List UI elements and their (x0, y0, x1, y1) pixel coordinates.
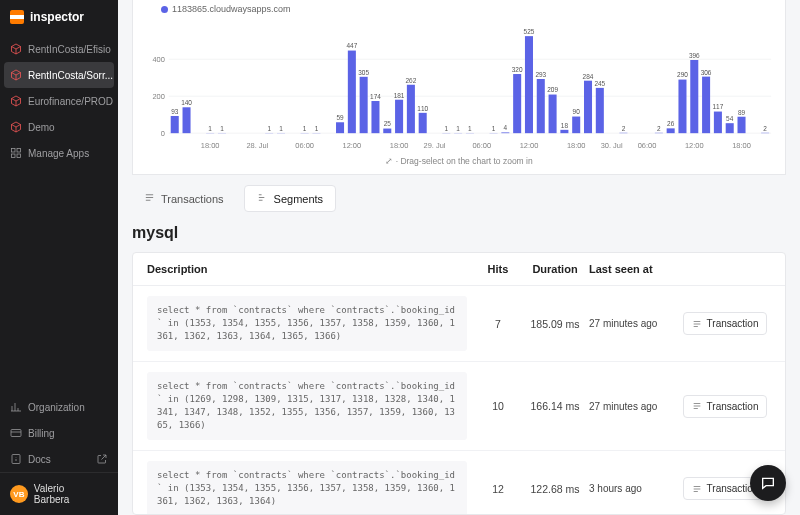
chat-fab[interactable] (750, 465, 786, 501)
svg-text:4: 4 (504, 124, 508, 131)
main: 1183865.cloudwaysapps.com 02004009314011… (118, 0, 800, 515)
sidebar-app-0[interactable]: RentInCosta/Efisio (0, 36, 118, 62)
svg-text:181: 181 (394, 91, 405, 98)
brand-name: inspector (30, 10, 84, 24)
svg-text:305: 305 (358, 69, 369, 76)
tab-segments[interactable]: Segments (244, 185, 337, 212)
sidebar-app-1[interactable]: RentInCosta/Sorr... (4, 62, 114, 88)
transaction-button[interactable]: Transaction (683, 395, 768, 418)
svg-text:262: 262 (406, 77, 417, 84)
svg-text:200: 200 (152, 92, 164, 101)
svg-text:2: 2 (657, 125, 661, 132)
svg-text:12:00: 12:00 (343, 141, 362, 150)
svg-text:1: 1 (279, 125, 283, 132)
sidebar-app-2[interactable]: Eurofinance/PROD (0, 88, 118, 114)
svg-rect-36 (360, 77, 368, 133)
table-row: select * from `contracts` where `contrac… (133, 451, 785, 515)
svg-rect-1 (17, 149, 21, 153)
transaction-button[interactable]: Transaction (683, 312, 768, 335)
brand[interactable]: inspector (0, 0, 118, 36)
svg-rect-59 (501, 132, 509, 133)
svg-rect-98 (738, 117, 746, 133)
svg-text:59: 59 (336, 114, 343, 121)
svg-rect-31 (336, 122, 344, 133)
section-title: mysql (118, 218, 800, 252)
svg-text:284: 284 (583, 72, 594, 79)
nav-docs[interactable]: Docs (0, 446, 118, 472)
svg-text:1: 1 (220, 125, 224, 132)
svg-rect-2 (12, 154, 16, 158)
svg-text:29. Jul: 29. Jul (424, 141, 446, 150)
box-icon (10, 43, 22, 55)
table-row: select * from `contracts` where `contrac… (133, 286, 785, 362)
svg-text:93: 93 (171, 108, 178, 115)
svg-text:18: 18 (561, 122, 568, 129)
sidebar-app-label: Eurofinance/PROD (28, 96, 113, 107)
svg-rect-94 (714, 112, 722, 134)
svg-text:447: 447 (346, 42, 357, 49)
legend-host: 1183865.cloudwaysapps.com (172, 4, 291, 14)
svg-rect-38 (371, 101, 379, 133)
avatar: VB (10, 485, 28, 503)
svg-rect-40 (383, 129, 391, 134)
table-row: select * from `contracts` where `contrac… (133, 362, 785, 451)
nav-billing-label: Billing (28, 428, 55, 439)
user-menu[interactable]: VB Valerio Barbera (0, 472, 118, 515)
svg-text:12:00: 12:00 (520, 141, 539, 150)
external-link-icon (96, 453, 108, 465)
chart-icon (10, 401, 22, 413)
svg-text:12:00: 12:00 (685, 141, 704, 150)
svg-rect-92 (702, 77, 710, 134)
svg-text:290: 290 (677, 71, 688, 78)
svg-rect-45 (407, 85, 415, 133)
cell-duration: 185.09 ms (521, 318, 589, 330)
svg-rect-96 (726, 123, 734, 133)
cell-hits: 12 (475, 483, 521, 495)
cell-duration: 166.14 ms (521, 400, 589, 412)
cell-description: select * from `contracts` where `contrac… (147, 296, 467, 351)
tab-segments-label: Segments (274, 193, 324, 205)
nav-docs-label: Docs (28, 454, 51, 465)
svg-rect-12 (171, 116, 179, 133)
svg-text:89: 89 (738, 108, 745, 115)
svg-text:18:00: 18:00 (201, 141, 220, 150)
svg-text:18:00: 18:00 (732, 141, 751, 150)
th-last: Last seen at (589, 263, 679, 275)
cell-description: select * from `contracts` where `contrac… (147, 461, 467, 515)
svg-rect-89 (690, 60, 698, 133)
th-description: Description (147, 263, 475, 275)
svg-rect-0 (12, 149, 16, 153)
cell-last-seen: 27 minutes ago (589, 401, 679, 412)
sidebar-app-3[interactable]: Demo (0, 114, 118, 140)
chart-legend[interactable]: 1183865.cloudwaysapps.com (141, 4, 777, 16)
svg-text:2: 2 (622, 125, 626, 132)
nav-manage-apps[interactable]: Manage Apps (0, 140, 118, 166)
bar-chart[interactable]: 020040093140118:00128. Jul11106:00159447… (141, 16, 777, 152)
svg-text:54: 54 (726, 115, 733, 122)
svg-rect-75 (584, 81, 592, 133)
tab-transactions[interactable]: Transactions (132, 185, 236, 212)
svg-rect-66 (537, 79, 545, 133)
sidebar-app-label: RentInCosta/Efisio (28, 44, 111, 55)
list-icon (144, 192, 155, 205)
cell-duration: 122.68 ms (521, 483, 589, 495)
chart-area[interactable]: 020040093140118:00128. Jul11106:00159447… (141, 16, 777, 152)
svg-text:1: 1 (456, 125, 460, 132)
cell-last-seen: 3 hours ago (589, 483, 679, 494)
svg-rect-4 (11, 430, 21, 437)
nav-organization[interactable]: Organization (0, 394, 118, 420)
cell-hits: 7 (475, 318, 521, 330)
svg-text:396: 396 (689, 52, 700, 59)
svg-rect-72 (572, 117, 580, 134)
svg-text:117: 117 (713, 103, 724, 110)
card-icon (10, 427, 22, 439)
svg-text:525: 525 (524, 28, 535, 35)
tab-transactions-label: Transactions (161, 193, 224, 205)
box-icon (10, 95, 22, 107)
svg-text:06:00: 06:00 (638, 141, 657, 150)
nav-billing[interactable]: Billing (0, 420, 118, 446)
svg-text:140: 140 (181, 99, 192, 106)
svg-rect-68 (549, 95, 557, 134)
svg-text:1: 1 (208, 125, 212, 132)
svg-text:1: 1 (267, 125, 271, 132)
